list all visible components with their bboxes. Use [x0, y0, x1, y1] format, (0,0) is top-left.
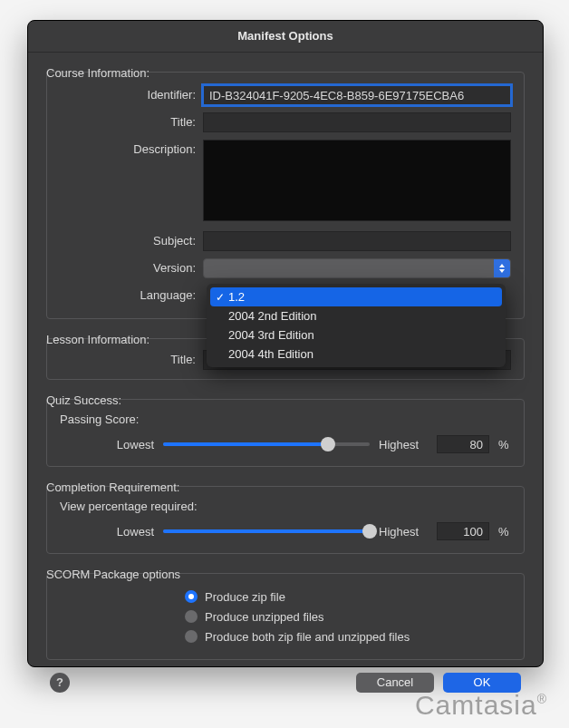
- dialog-footer: ? Cancel OK: [46, 667, 525, 693]
- camtasia-watermark: Camtasia®: [415, 690, 547, 721]
- version-menu: ✓ 1.2 2004 2nd Edition 2004 3rd Edition …: [207, 284, 506, 367]
- quiz-highest-label: Highest: [379, 438, 428, 451]
- passing-score-label: Passing Score:: [60, 413, 511, 426]
- lesson-title-label: Title:: [60, 350, 203, 370]
- radio-icon: [185, 610, 198, 623]
- help-button[interactable]: ?: [50, 673, 70, 693]
- version-option-2004-3rd[interactable]: 2004 3rd Edition: [207, 325, 506, 345]
- version-label: Version:: [60, 258, 203, 278]
- radio-label: Produce both zip file and unzipped files: [205, 630, 410, 644]
- radio-label: Produce unzipped files: [205, 610, 324, 624]
- menu-item-label: 2004 4th Edition: [228, 347, 313, 361]
- radio-produce-both[interactable]: Produce both zip file and unzipped files: [185, 626, 511, 646]
- menu-item-label: 2004 3rd Edition: [228, 328, 314, 342]
- radio-icon: [185, 590, 198, 603]
- identifier-label: Identifier:: [60, 85, 203, 105]
- version-option-2004-2nd[interactable]: 2004 2nd Edition: [207, 306, 506, 325]
- subject-field[interactable]: [203, 231, 511, 251]
- manifest-options-dialog: Manifest Options Course Information: Ide…: [27, 20, 544, 667]
- view-percentage-slider[interactable]: [163, 522, 370, 540]
- version-option-2004-4th[interactable]: 2004 4th Edition: [207, 345, 506, 364]
- scorm-package-label: SCORM Package options: [46, 568, 186, 581]
- passing-score-value[interactable]: [437, 435, 489, 453]
- view-percentage-value[interactable]: [437, 522, 489, 540]
- check-icon: ✓: [216, 291, 225, 304]
- radio-icon: [185, 630, 198, 643]
- course-information-label: Course Information:: [46, 66, 155, 80]
- language-label: Language:: [60, 286, 203, 306]
- quiz-lowest-label: Lowest: [96, 438, 154, 451]
- window-title: Manifest Options: [28, 21, 543, 53]
- version-option-1.2[interactable]: ✓ 1.2: [210, 287, 502, 306]
- quiz-unit: %: [498, 438, 511, 451]
- scorm-package-group: SCORM Package options Produce zip file P…: [46, 559, 525, 660]
- updown-icon: [494, 259, 510, 277]
- lesson-information-label: Lesson Information:: [46, 333, 155, 346]
- menu-item-label: 1.2: [228, 290, 245, 304]
- completion-requirement-group: Completion Requirement: View percentage …: [46, 472, 525, 554]
- completion-requirement-label: Completion Requirement:: [46, 480, 185, 494]
- course-title-field[interactable]: [203, 112, 511, 132]
- passing-score-slider[interactable]: [163, 435, 370, 453]
- menu-item-label: 2004 2nd Edition: [228, 309, 317, 323]
- quiz-success-label: Quiz Success:: [46, 393, 127, 407]
- quiz-success-group: Quiz Success: Passing Score: Lowest High…: [46, 385, 525, 467]
- description-field[interactable]: [203, 140, 511, 221]
- radio-produce-unzipped[interactable]: Produce unzipped files: [185, 607, 511, 626]
- subject-label: Subject:: [60, 231, 203, 251]
- view-percentage-label: View percentage required:: [60, 500, 511, 513]
- course-title-label: Title:: [60, 112, 203, 132]
- radio-label: Produce zip file: [205, 590, 285, 604]
- radio-produce-zip[interactable]: Produce zip file: [185, 587, 511, 607]
- identifier-field[interactable]: [203, 85, 511, 105]
- version-popup[interactable]: [203, 258, 511, 278]
- completion-lowest-label: Lowest: [96, 525, 154, 539]
- description-label: Description:: [60, 140, 203, 160]
- completion-unit: %: [498, 525, 511, 539]
- course-information-group: Course Information: Identifier: Title: D…: [46, 58, 525, 319]
- completion-highest-label: Highest: [379, 525, 428, 539]
